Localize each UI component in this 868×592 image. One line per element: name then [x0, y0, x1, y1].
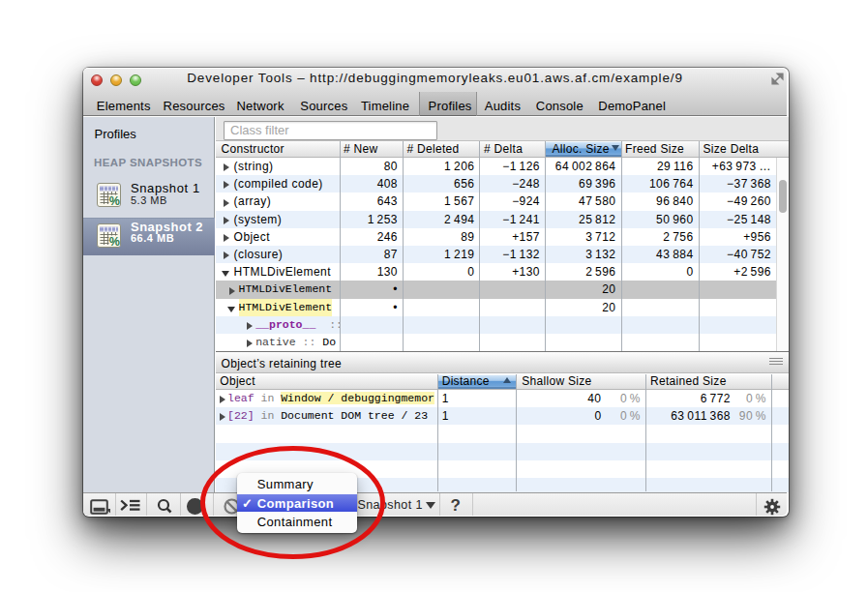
svg-text:%: % — [109, 194, 120, 207]
svg-text:%: % — [109, 235, 120, 248]
